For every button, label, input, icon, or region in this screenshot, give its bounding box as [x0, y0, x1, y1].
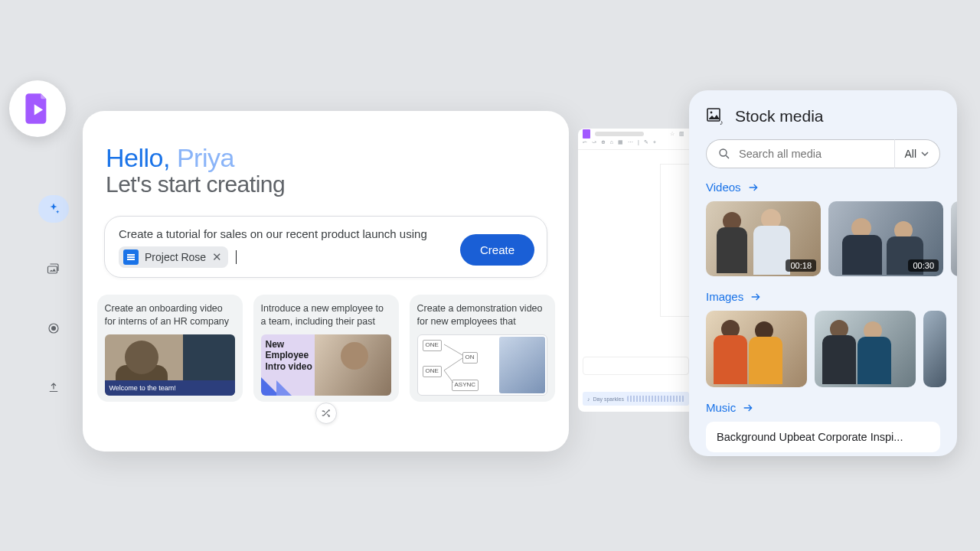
image-thumb[interactable]	[706, 311, 807, 387]
nav-create[interactable]	[38, 195, 69, 223]
doc-title-placeholder	[595, 132, 644, 136]
create-card: Hello, Priya Let's start creating Create…	[83, 111, 569, 452]
chip-label: Project Rose	[145, 251, 206, 263]
video-duration: 00:18	[786, 259, 816, 272]
videos-section-link[interactable]: Videos	[706, 181, 940, 194]
media-search-box[interactable]	[706, 139, 894, 168]
greeting-hello: Hello,	[106, 143, 170, 172]
upload-icon	[47, 381, 60, 395]
attachment-chip[interactable]: Project Rose ✕	[119, 246, 228, 268]
image-thumb[interactable]	[815, 311, 916, 387]
template-card-2[interactable]: Introduce a new employee to a team, incl…	[253, 295, 399, 402]
template-desc: Introduce a new employee to a team, incl…	[261, 302, 391, 328]
svg-point-1	[51, 326, 56, 331]
record-icon	[47, 321, 60, 335]
vids-app-icon	[24, 93, 51, 124]
shuffle-icon	[321, 408, 332, 419]
prompt-text[interactable]: Create a tutorial for sales on our recen…	[119, 227, 449, 240]
timeline-ghost: ♪ Day sparkles	[583, 392, 689, 406]
greeting-name: Priya	[177, 143, 234, 172]
app-logo-badge	[9, 80, 66, 137]
waveform	[627, 396, 684, 402]
text-caret	[236, 250, 237, 264]
clip-label: Day sparkles	[593, 396, 624, 402]
chip-remove-icon[interactable]: ✕	[212, 250, 222, 264]
arrow-right-icon	[750, 291, 762, 303]
star-icon: ☆	[670, 131, 675, 137]
shuffle-button[interactable]	[315, 403, 337, 424]
video-duration: 00:30	[908, 259, 939, 272]
video-thumb[interactable]: 00:18	[706, 201, 821, 276]
nav-media[interactable]	[38, 255, 69, 282]
arrow-right-icon	[742, 402, 754, 414]
flow-lines	[418, 335, 502, 396]
template-card-3[interactable]: Create a demonstration video for new emp…	[410, 295, 555, 402]
create-button[interactable]: Create	[460, 234, 534, 266]
nav-record[interactable]	[38, 315, 69, 342]
images-row	[706, 311, 940, 387]
music-track-item[interactable]: Background Upbeat Corporate Inspi...	[706, 422, 940, 452]
image-stack-icon	[47, 262, 60, 276]
greeting-subtitle: Let's start creating	[106, 171, 546, 197]
move-icon: ▥	[679, 131, 684, 137]
svg-text:♪: ♪	[720, 119, 724, 126]
greeting-heading: Hello, Priya	[106, 143, 546, 173]
editor-preview: ☆ ▥ ⤺ ⤻ ⊕ ⌂ ▦ ⋯ | ✎ ⌖ ♪ Day sparkles	[578, 129, 689, 412]
toolbar-ghost: ⤺ ⤻ ⊕ ⌂ ▦ ⋯ | ✎ ⌖	[578, 139, 689, 150]
template-thumb-text: New Employee Intro video	[266, 339, 319, 372]
docs-icon	[123, 249, 139, 265]
media-search-input[interactable]	[739, 148, 884, 160]
video-thumb-overflow[interactable]	[951, 201, 957, 276]
search-icon	[717, 147, 731, 161]
chevron-down-icon	[921, 150, 929, 158]
template-desc: Create a demonstration video for new emp…	[417, 302, 547, 328]
template-card-1[interactable]: Create an onboarding video for interns o…	[97, 295, 243, 402]
template-thumb: ONE ON ONE ASYNC	[417, 334, 547, 396]
arrow-right-icon	[747, 181, 760, 194]
template-desc: Create an onboarding video for interns o…	[105, 302, 235, 328]
side-nav	[37, 195, 70, 402]
sparkle-icon	[47, 202, 60, 216]
svg-point-3	[710, 112, 713, 114]
template-thumb: New Employee Intro video	[261, 334, 391, 396]
filter-label: All	[904, 148, 916, 160]
images-section-link[interactable]: Images	[706, 290, 940, 303]
template-suggestions: Create an onboarding video for interns o…	[83, 278, 569, 402]
video-thumb[interactable]: 00:30	[828, 201, 943, 276]
clip-music-icon: ♪	[587, 396, 590, 402]
template-caption: Welcome to the team!	[105, 380, 235, 396]
nav-upload[interactable]	[38, 374, 69, 402]
stock-media-panel: ♪ Stock media All Videos 00:18 00:30 Ima…	[689, 90, 957, 456]
image-thumb-overflow[interactable]	[923, 311, 946, 387]
svg-point-5	[720, 149, 727, 156]
stock-media-icon: ♪	[706, 107, 724, 126]
ruler-ghost	[583, 357, 689, 375]
canvas-ghost	[660, 164, 689, 317]
template-thumb: Welcome to the team!	[105, 334, 235, 396]
vids-mini-icon	[583, 129, 590, 139]
prompt-box[interactable]: Create a tutorial for sales on our recen…	[104, 216, 547, 278]
videos-row: 00:18 00:30	[706, 201, 940, 276]
stock-media-title: Stock media	[735, 107, 824, 126]
media-filter-dropdown[interactable]: All	[894, 139, 940, 168]
music-section-link[interactable]: Music	[706, 401, 940, 414]
